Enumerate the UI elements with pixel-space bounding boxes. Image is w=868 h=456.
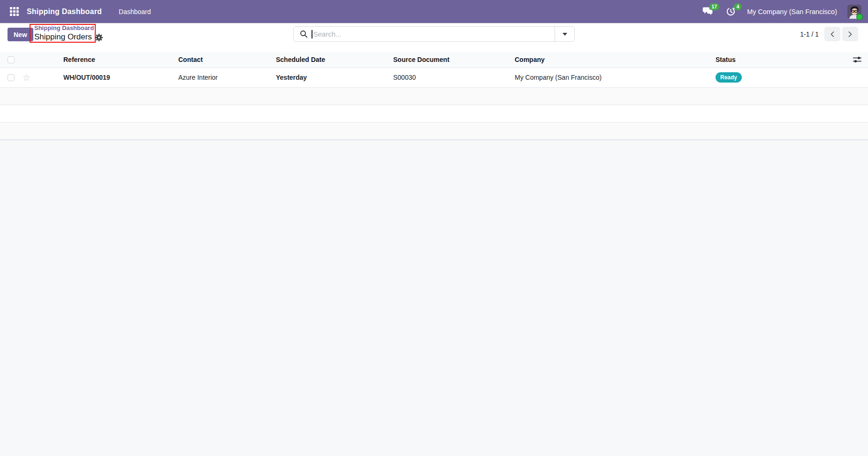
chevron-down-icon	[563, 33, 567, 36]
list-view: Reference Contact Scheduled Date Source …	[0, 52, 868, 140]
sliders-icon	[853, 56, 862, 63]
search-bar	[293, 26, 575, 42]
search-input[interactable]	[312, 30, 555, 38]
breadcrumb-parent-link[interactable]: Shipping Dashboard	[34, 24, 103, 32]
cell-scheduled-date[interactable]: Yesterday	[276, 68, 393, 87]
activities-button[interactable]: 4	[724, 6, 737, 17]
filler-row	[0, 87, 868, 105]
column-header-company[interactable]: Company	[515, 52, 716, 68]
filler-row	[0, 105, 868, 122]
optional-columns-button[interactable]	[853, 56, 862, 63]
gear-icon	[95, 34, 103, 41]
select-all-checkbox[interactable]	[8, 56, 15, 63]
pager-previous-button[interactable]	[824, 27, 840, 41]
systray: 17 4 My Company (San Francisco)	[702, 5, 868, 19]
navbar-left: Shipping Dashboard Dashboard	[0, 5, 155, 18]
table-header-row: Reference Contact Scheduled Date Source …	[0, 52, 868, 68]
cell-reference[interactable]: WH/OUT/00019	[63, 68, 178, 87]
column-header-reference[interactable]: Reference	[63, 52, 178, 68]
status-badge: Ready	[716, 72, 742, 82]
user-menu[interactable]	[847, 5, 861, 19]
pager-next-button[interactable]	[842, 27, 858, 41]
company-switcher[interactable]: My Company (San Francisco)	[747, 8, 837, 15]
column-header-scheduled-date[interactable]: Scheduled Date	[276, 52, 393, 68]
app-title[interactable]: Shipping Dashboard	[27, 8, 102, 16]
pager: 1-1 / 1	[800, 27, 858, 41]
cell-status[interactable]: Ready	[716, 68, 868, 87]
column-header-status[interactable]: Status	[716, 52, 868, 68]
row-checkbox[interactable]	[8, 74, 15, 81]
cell-contact[interactable]: Azure Interior	[178, 68, 276, 87]
chevron-right-icon	[847, 31, 853, 38]
new-button[interactable]: New	[8, 28, 33, 41]
grid-icon	[10, 7, 19, 16]
column-header-source-document[interactable]: Source Document	[393, 52, 515, 68]
actions-gear-button[interactable]	[95, 34, 103, 41]
online-status-dot	[856, 14, 863, 20]
favorite-star-icon[interactable]: ☆	[19, 73, 30, 83]
messages-count-badge: 17	[709, 3, 720, 11]
menu-dashboard[interactable]: Dashboard	[115, 5, 155, 18]
cell-source-document[interactable]: S00030	[393, 68, 515, 87]
page-title: Shipping Orders	[34, 32, 92, 42]
column-header-contact[interactable]: Contact	[178, 52, 276, 68]
messages-button[interactable]: 17	[702, 6, 714, 17]
cell-company[interactable]: My Company (San Francisco)	[515, 68, 716, 87]
activities-count-badge: 4	[734, 3, 742, 11]
table-row[interactable]: ☆ WH/OUT/00019 Azure Interior Yesterday …	[0, 68, 868, 87]
content-background	[0, 140, 868, 456]
search-icon	[300, 30, 308, 38]
control-panel: New Shipping Dashboard Shipping Orders	[0, 23, 868, 52]
breadcrumb: Shipping Dashboard Shipping Orders	[34, 24, 103, 42]
top-navbar: Shipping Dashboard Dashboard 17 4 My Com…	[0, 0, 868, 23]
pager-range[interactable]: 1-1 / 1	[800, 30, 819, 38]
chevron-left-icon	[830, 31, 835, 38]
search-options-toggle[interactable]	[555, 27, 574, 41]
filler-row	[0, 122, 868, 139]
apps-menu-icon[interactable]	[8, 6, 20, 18]
